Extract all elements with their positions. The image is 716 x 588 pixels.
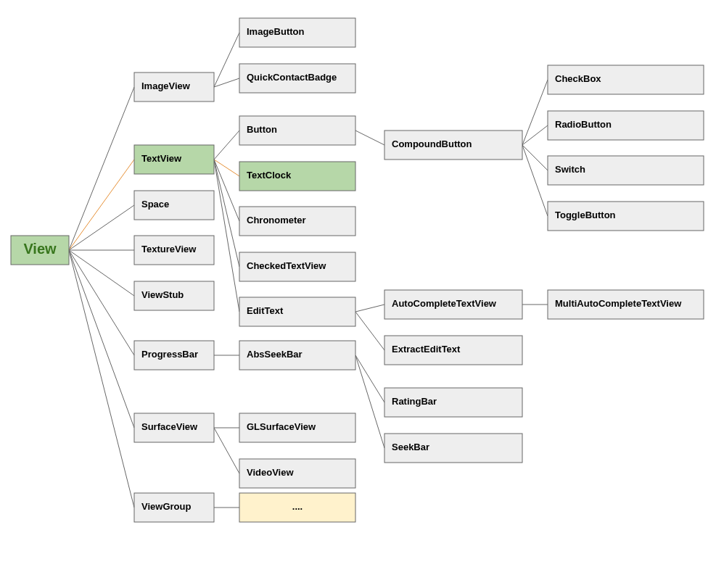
node-progressbar: ProgressBar [134, 341, 214, 370]
edge-absseekbar-seekbar [355, 355, 384, 448]
node-textclock: TextClock [239, 162, 355, 191]
class-hierarchy-diagram: ViewImageViewTextViewSpaceTextureViewVie… [0, 0, 716, 588]
edge-imageview-imagebutton [214, 33, 239, 87]
node-absseekbar: AbsSeekBar [239, 341, 355, 370]
node-label: ViewStub [141, 289, 184, 300]
node-label: Chronometer [247, 215, 306, 225]
node-surfaceview: SurfaceView [134, 413, 214, 442]
node-imageview: ImageView [134, 73, 214, 102]
node-togglebutton: ToggleButton [548, 202, 704, 231]
nodes-layer: ViewImageViewTextViewSpaceTextureViewVie… [11, 18, 704, 522]
node-more: .... [239, 493, 355, 522]
node-switch: Switch [548, 156, 704, 185]
node-label: GLSurfaceView [247, 421, 316, 432]
edge-textview-checkedtextview [214, 160, 239, 267]
edge-textview-edittext [214, 160, 239, 312]
node-label: CheckedTextView [247, 260, 326, 271]
node-checkbox: CheckBox [548, 65, 704, 94]
edge-root-textview [69, 160, 134, 250]
node-label: ExtractEditText [392, 344, 461, 355]
node-label: VideoView [247, 467, 294, 478]
node-quickcontactbadge: QuickContactBadge [239, 64, 355, 93]
node-compoundbutton: CompoundButton [384, 131, 522, 160]
edge-root-space [69, 205, 134, 250]
node-label: AbsSeekBar [247, 349, 303, 360]
node-videoview: VideoView [239, 459, 355, 488]
node-label: SurfaceView [141, 421, 198, 432]
node-glsurfaceview: GLSurfaceView [239, 413, 355, 442]
edge-surfaceview-videoview [214, 428, 239, 473]
node-label: ProgressBar [141, 349, 198, 360]
node-seekbar: SeekBar [384, 434, 522, 463]
edge-absseekbar-ratingbar [355, 355, 384, 402]
node-root: View [11, 236, 69, 265]
node-extractedittext: ExtractEditText [384, 336, 522, 365]
node-autocompletetv: AutoCompleteTextView [384, 290, 522, 319]
node-checkedtextview: CheckedTextView [239, 252, 355, 281]
edge-root-imageview [69, 87, 134, 250]
edge-compoundbutton-togglebutton [522, 145, 548, 216]
node-label: Switch [555, 164, 585, 175]
node-viewgroup: ViewGroup [134, 493, 214, 522]
edge-textview-button [214, 131, 239, 160]
node-multiautocomplete: MultiAutoCompleteTextView [548, 290, 704, 319]
node-label: CheckBox [555, 73, 601, 84]
node-label: TextClock [247, 170, 292, 181]
node-ratingbar: RatingBar [384, 388, 522, 417]
node-label: AutoCompleteTextView [392, 298, 497, 309]
node-label: QuickContactBadge [247, 72, 337, 83]
node-label: RadioButton [555, 119, 612, 130]
edge-compoundbutton-switch [522, 145, 548, 170]
node-space: Space [134, 191, 214, 220]
node-edittext: EditText [239, 297, 355, 326]
edge-edittext-autocompletetv [355, 305, 384, 312]
node-label: TextView [141, 153, 182, 164]
node-radiobutton: RadioButton [548, 111, 704, 140]
node-textureview: TextureView [134, 236, 214, 265]
node-label: Space [141, 199, 169, 210]
node-label: EditText [247, 305, 284, 316]
node-textview: TextView [134, 145, 214, 174]
node-label: ImageButton [247, 26, 305, 37]
node-button: Button [239, 116, 355, 145]
node-label: .... [292, 501, 303, 512]
node-imagebutton: ImageButton [239, 18, 355, 47]
node-label: ImageView [141, 80, 191, 91]
node-label: CompoundButton [392, 138, 472, 149]
edge-edittext-extractedittext [355, 312, 384, 350]
node-viewstub: ViewStub [134, 281, 214, 310]
node-label: TextureView [141, 244, 197, 254]
node-label: MultiAutoCompleteTextView [555, 298, 682, 309]
node-label: View [23, 241, 57, 257]
node-label: ViewGroup [141, 501, 191, 512]
node-label: RatingBar [392, 396, 437, 407]
node-label: SeekBar [392, 442, 429, 452]
node-label: ToggleButton [555, 210, 616, 220]
edge-button-compoundbutton [355, 131, 384, 145]
node-label: Button [247, 124, 277, 135]
node-chronometer: Chronometer [239, 207, 355, 236]
